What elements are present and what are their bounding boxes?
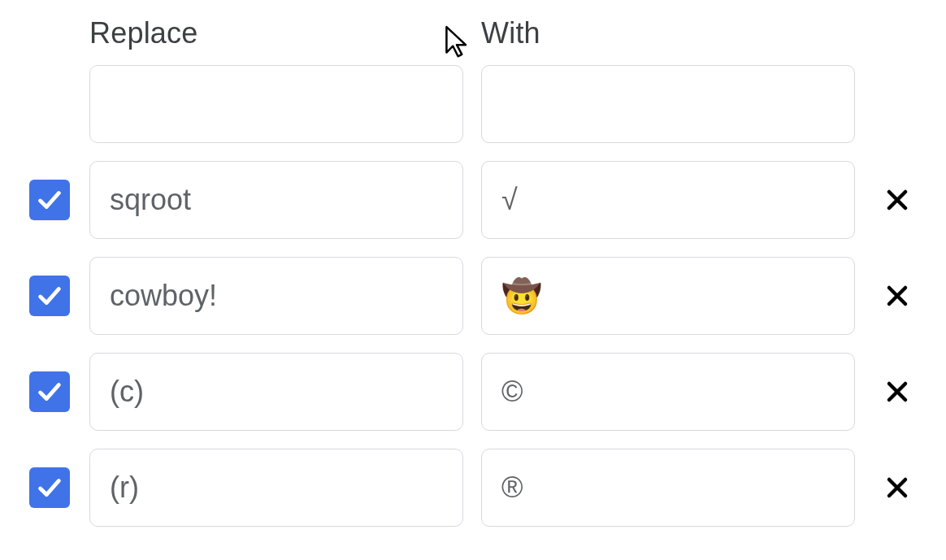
header-with-label: With bbox=[481, 16, 855, 50]
check-icon bbox=[34, 280, 65, 311]
close-icon bbox=[885, 188, 909, 212]
replace-input[interactable]: (r) bbox=[89, 449, 463, 527]
row-checkbox[interactable] bbox=[29, 371, 70, 412]
substitution-row: sqroot √ bbox=[24, 161, 922, 239]
with-input[interactable]: ® bbox=[481, 449, 855, 527]
row-checkbox[interactable] bbox=[29, 276, 70, 316]
new-entry-row bbox=[24, 65, 922, 143]
close-icon bbox=[885, 475, 909, 500]
with-input[interactable]: 🤠 bbox=[481, 257, 855, 335]
delete-button[interactable] bbox=[883, 185, 912, 215]
check-icon bbox=[34, 376, 65, 407]
row-checkbox[interactable] bbox=[29, 467, 70, 508]
header-row: Replace With bbox=[24, 16, 922, 50]
close-icon bbox=[885, 380, 909, 404]
replace-input[interactable]: sqroot bbox=[89, 161, 463, 239]
delete-button[interactable] bbox=[883, 377, 912, 406]
new-replace-input[interactable] bbox=[89, 65, 463, 143]
check-icon bbox=[34, 472, 65, 503]
new-with-input[interactable] bbox=[481, 65, 855, 143]
with-input[interactable]: © bbox=[481, 353, 855, 431]
delete-button[interactable] bbox=[883, 473, 912, 502]
substitution-row: cowboy! 🤠 bbox=[24, 257, 922, 335]
with-input[interactable]: √ bbox=[481, 161, 855, 239]
substitution-row: (r) ® bbox=[24, 449, 922, 527]
delete-button[interactable] bbox=[883, 281, 912, 310]
substitution-row: (c) © bbox=[24, 353, 922, 431]
replace-input[interactable]: cowboy! bbox=[89, 257, 463, 335]
row-checkbox[interactable] bbox=[29, 180, 70, 220]
replace-input[interactable]: (c) bbox=[89, 353, 463, 431]
substitutions-table: Replace With sqroot √ bbox=[24, 16, 922, 527]
close-icon bbox=[885, 284, 909, 308]
check-icon bbox=[34, 184, 65, 215]
header-replace-label: Replace bbox=[89, 16, 463, 50]
with-value: 🤠 bbox=[501, 280, 542, 312]
